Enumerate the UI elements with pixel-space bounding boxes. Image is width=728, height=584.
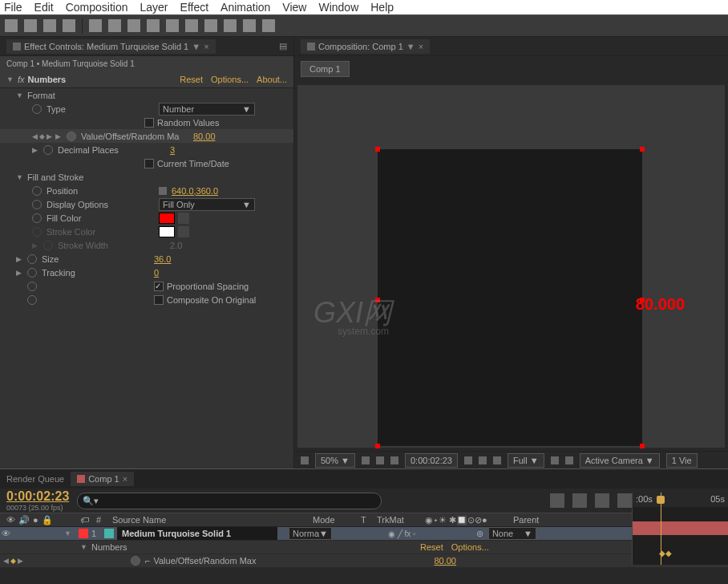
label-col[interactable]: 🏷 [80,515,96,525]
timeline-track-area[interactable]: :00s 05s ◆◆ [632,493,728,565]
graph-icon[interactable]: ⌐ [145,556,150,566]
fx-options[interactable]: Options... [451,542,489,552]
solo-icon[interactable]: ● [33,515,38,525]
zoom-tool-icon[interactable] [43,19,56,32]
channel-icon[interactable] [479,456,487,464]
stopwatch-icon[interactable] [131,556,140,566]
roto-tool-icon[interactable] [243,19,256,32]
menu-layer[interactable]: Layer [140,1,168,14]
display-options-dropdown[interactable]: Fill Only▼ [159,198,255,211]
eraser-tool-icon[interactable] [224,19,237,32]
stopwatch-icon[interactable] [43,145,53,155]
expand-arrow-icon[interactable]: ▼ [64,529,72,537]
res-icon[interactable] [362,456,370,464]
view-dropdown[interactable]: 1 Vie [666,453,698,468]
stopwatch-icon[interactable] [27,282,37,291]
snapshot-icon[interactable] [464,456,472,464]
layer-row[interactable]: 👁 ▼ 1 Medium Turquoise Solid 1 Norma▼ ◉ … [0,527,728,541]
render-queue-tab[interactable]: Render Queue [6,474,64,484]
options-link[interactable]: Options... [211,75,249,84]
pen-tool-icon[interactable] [147,19,160,32]
current-time[interactable]: 0:00:02:23 [6,489,69,504]
decimal-places-value[interactable]: 3 [170,145,175,155]
stopwatch-icon[interactable] [32,213,42,223]
stopwatch-icon[interactable] [67,132,76,141]
menu-file[interactable]: File [4,1,22,14]
handle-icon[interactable] [375,444,380,448]
menu-effect[interactable]: Effect [180,1,209,14]
fx-row[interactable]: ▼ Numbers Reset Options... [0,541,728,554]
menu-window[interactable]: Window [318,1,358,14]
position-value[interactable]: 640.0,360.0 [172,186,218,196]
about-link[interactable]: About... [257,75,287,84]
zoom-dropdown[interactable]: 50% ▼ [315,453,355,468]
resolution-dropdown[interactable]: Full ▼ [508,453,544,468]
stopwatch-icon[interactable] [32,186,42,196]
puppet-tool-icon[interactable] [262,19,275,32]
guide-icon[interactable] [390,456,398,464]
close-icon[interactable]: × [419,42,423,51]
roi-icon[interactable] [551,456,559,464]
time-ruler[interactable]: :00s 05s [633,493,728,507]
collapse-arrow-icon[interactable]: ▼ [6,75,14,83]
expand-arrow-icon[interactable]: ▶ [55,132,63,140]
reset-link[interactable]: Reset [180,75,203,84]
stopwatch-icon[interactable] [27,295,37,305]
menu-animation[interactable]: Animation [220,1,270,14]
layer-bar[interactable] [633,521,728,535]
comp-tab-button[interactable]: Comp 1 [301,61,350,77]
prop-track-value[interactable]: 80.00 [434,556,456,566]
crosshair-icon[interactable] [159,187,167,195]
menu-composition[interactable]: Composition [66,1,128,14]
layer-name[interactable]: Medium Turquoise Solid 1 [117,527,277,540]
expand-arrow-icon[interactable]: ▶ [16,269,24,277]
panel-menu-icon[interactable]: ▤ [279,41,287,51]
eyedropper-icon[interactable] [178,213,189,224]
timeline-comp-tab[interactable]: Comp 1 × [71,472,134,486]
eye-icon[interactable]: 👁 [6,515,15,525]
collapse-arrow-icon[interactable]: ▼ [16,91,24,99]
keyframe-nav[interactable]: ◀◆▶ [3,557,23,565]
collapse-arrow-icon[interactable]: ▼ [16,173,24,181]
prop-spacing-checkbox[interactable] [154,282,164,291]
expand-arrow-icon[interactable]: ▶ [16,255,24,263]
expand-arrow-icon[interactable]: ▼ [80,543,88,551]
draft3d-icon[interactable] [572,493,587,508]
value-offset-value[interactable]: 80.00 [193,132,216,141]
layer-color-icon[interactable] [79,529,88,538]
grid-icon[interactable] [301,456,309,464]
type-dropdown[interactable]: Number▼ [159,103,255,116]
current-time-checkbox[interactable] [144,159,154,168]
parent-pickwhip-icon[interactable]: ⊚ [476,529,483,539]
handle-icon[interactable] [640,147,645,152]
search-input[interactable]: 🔍▾ [77,493,382,509]
keyframe-icon[interactable]: ◆◆ [659,549,672,558]
comp-original-checkbox[interactable] [154,295,164,305]
eye-toggle[interactable]: 👁 [0,529,11,538]
brush-tool-icon[interactable] [185,19,198,32]
stopwatch-icon[interactable] [32,200,42,209]
tracking-value[interactable]: 0 [154,268,159,278]
mode-dropdown[interactable]: Norma▼ [289,527,332,540]
size-value[interactable]: 36.0 [154,254,171,264]
rect-tool-icon[interactable] [127,19,140,32]
effect-controls-tab[interactable]: Effect Controls: Medium Turquoise Solid … [6,39,216,54]
mask-icon[interactable] [376,456,384,464]
clone-tool-icon[interactable] [204,19,217,32]
transparency-icon[interactable] [565,456,573,464]
camera-tool-icon[interactable] [89,19,102,32]
shy-icon[interactable] [550,493,564,508]
parent-dropdown[interactable]: None▼ [488,527,536,540]
hand-tool-icon[interactable] [24,19,37,32]
type-tool-icon[interactable] [166,19,179,32]
color-icon[interactable] [493,456,501,464]
source-col[interactable]: Source Name [112,515,313,525]
fill-color-swatch[interactable] [159,213,175,224]
composition-viewer[interactable]: 80.000 GXI网 system.com [297,85,725,448]
pan-behind-tool-icon[interactable] [108,19,121,32]
effect-name[interactable]: Numbers [28,75,67,84]
close-icon[interactable]: × [123,474,127,484]
stopwatch-icon[interactable] [27,268,37,278]
handle-icon[interactable] [375,147,380,152]
handle-icon[interactable] [640,444,645,448]
